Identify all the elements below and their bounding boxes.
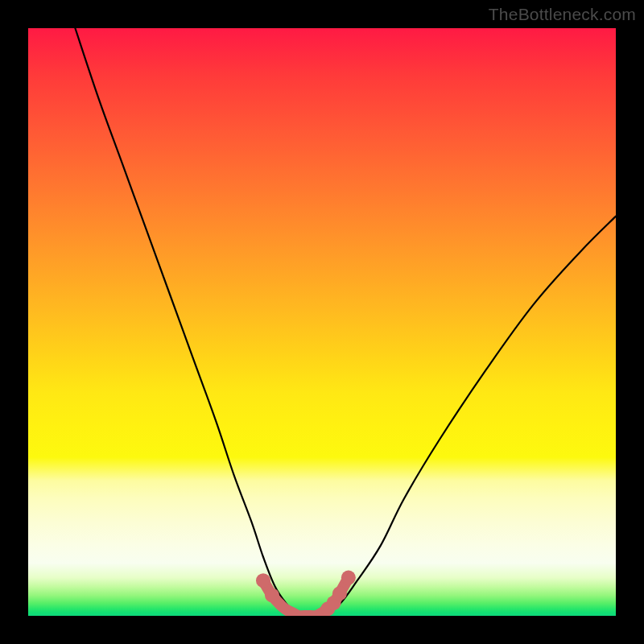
marker-dot [341, 571, 356, 585]
bottleneck-curve [75, 28, 616, 616]
plot-area [28, 28, 616, 616]
marker-dot [256, 573, 270, 588]
marker-dot [265, 588, 279, 602]
chart-frame: TheBottleneck.com [0, 0, 644, 644]
watermark-label: TheBottleneck.com [489, 5, 636, 24]
bottleneck-curve-path [75, 28, 616, 616]
chart-svg [28, 28, 616, 616]
marker-dot [332, 586, 347, 601]
